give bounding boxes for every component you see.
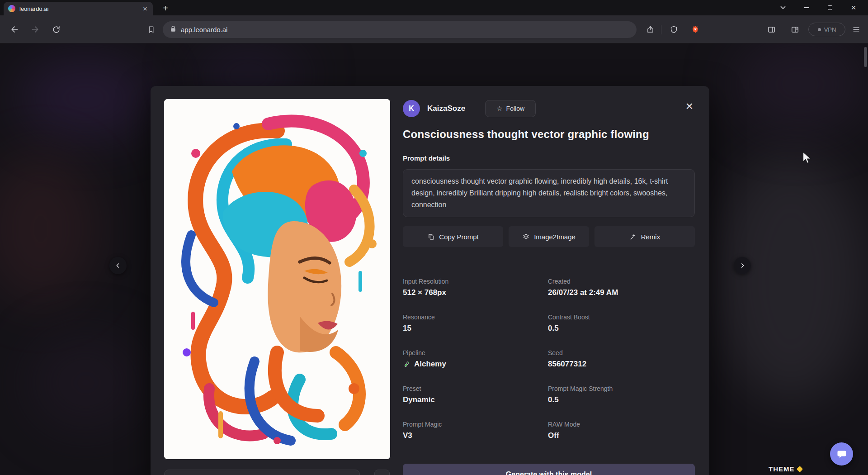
prompt-text-box[interactable]: consciousness thought vector graphic flo… (403, 169, 695, 217)
remix-label: Remix (641, 233, 660, 241)
vpn-button[interactable]: VPN (808, 23, 845, 36)
generate-with-model-button[interactable]: Generate with this model (403, 464, 695, 475)
modal-close-icon[interactable]: × (686, 100, 693, 113)
address-bar[interactable]: app.leonardo.ai (163, 21, 637, 38)
page-content: K KaizaSoze ☆ Follow × Consciousness tho… (0, 43, 868, 475)
browser-tab[interactable]: leonardo.ai × (4, 2, 153, 15)
image2image-label: Image2Image (534, 233, 576, 241)
spark-icon (796, 466, 802, 472)
copy-icon (427, 233, 435, 241)
remix-wand-icon (629, 233, 637, 241)
window-close-button[interactable]: × (842, 0, 865, 15)
lock-icon (170, 25, 176, 34)
generation-thumbnail[interactable] (374, 470, 390, 475)
detail-prompt-magic-strength: Prompt Magic Strength 0.5 (548, 385, 695, 404)
detail-contrast-boost: Contrast Boost 0.5 (548, 314, 695, 333)
detail-preset: Preset Dynamic (403, 385, 548, 404)
detail-pipeline: Pipeline Alchemy (403, 349, 548, 369)
follow-button[interactable]: ☆ Follow (485, 100, 536, 117)
tab-close-icon[interactable]: × (142, 5, 148, 13)
prompt-details-heading: Prompt details (403, 154, 695, 162)
image-detail-modal: K KaizaSoze ☆ Follow × Consciousness tho… (151, 86, 709, 475)
copy-prompt-label: Copy Prompt (439, 233, 479, 241)
browser-toolbar: app.leonardo.ai VPN (0, 15, 868, 43)
star-icon: ☆ (496, 104, 502, 113)
vpn-label: VPN (824, 26, 836, 33)
avatar[interactable]: K (403, 100, 420, 117)
new-tab-button[interactable]: + (159, 2, 172, 14)
maximize-button[interactable] (818, 0, 842, 15)
previous-image-button[interactable] (109, 257, 127, 274)
layers-icon (522, 233, 530, 241)
detail-seed: Seed 856077312 (548, 349, 695, 369)
brave-rewards-icon[interactable] (687, 21, 703, 38)
minimize-button[interactable] (795, 0, 818, 15)
detail-input-resolution: Input Resolution 512 × 768px (403, 278, 548, 297)
background-blob (27, 333, 145, 432)
scrollbar-thumb[interactable] (864, 47, 867, 67)
url-text: app.leonardo.ai (181, 26, 227, 33)
vpn-status-dot (818, 28, 821, 31)
copy-prompt-button[interactable]: Copy Prompt (403, 226, 503, 247)
pipeline-value: Alchemy (414, 360, 446, 369)
tab-title: leonardo.ai (19, 5, 138, 12)
support-chat-button[interactable] (830, 442, 853, 466)
next-image-button[interactable] (734, 257, 751, 274)
leonardo-favicon-icon (8, 5, 15, 12)
reload-button[interactable] (48, 21, 64, 38)
detail-created: Created 26/07/23 at 2:49 AM (548, 278, 695, 297)
tab-bar: leonardo.ai × + × (0, 0, 868, 15)
background-blob (18, 57, 154, 138)
window-controls: × (771, 0, 865, 15)
background-blob (732, 43, 868, 134)
test-tube-icon (403, 361, 410, 368)
remix-button[interactable]: Remix (594, 226, 695, 247)
prompt-metadata-grid: Input Resolution 512 × 768px Created 26/… (403, 278, 695, 440)
detail-panel: K KaizaSoze ☆ Follow × Consciousness tho… (403, 99, 695, 440)
generation-title: Consciousness thought vector graphic flo… (403, 128, 695, 141)
generated-artwork (164, 99, 390, 459)
brave-shield-icon[interactable] (665, 21, 682, 38)
detail-raw-mode: RAW Mode Off (548, 421, 695, 440)
tab-search-icon[interactable] (771, 0, 795, 15)
generation-thumbnail-strip[interactable] (164, 470, 360, 475)
toolbar-separator (661, 25, 661, 34)
follow-label: Follow (506, 105, 524, 112)
detail-prompt-magic: Prompt Magic V3 (403, 421, 548, 440)
watermark: THEME (769, 465, 802, 473)
share-icon[interactable] (642, 21, 658, 38)
prompt-actions: Copy Prompt Image2Image Remix (403, 226, 695, 247)
chevron-right-icon (739, 262, 746, 269)
menu-icon[interactable] (848, 21, 864, 38)
background-blob (714, 152, 868, 405)
chevron-left-icon (114, 262, 122, 269)
background-blob (0, 152, 99, 306)
detail-resonance: Resonance 15 (403, 314, 548, 333)
browser-window: leonardo.ai × + × a (0, 0, 868, 475)
author-row: K KaizaSoze ☆ Follow × (403, 99, 695, 118)
forward-button[interactable] (27, 21, 43, 38)
back-button[interactable] (6, 21, 23, 38)
reading-list-icon[interactable] (787, 21, 803, 38)
author-name[interactable]: KaizaSoze (427, 104, 465, 113)
image2image-button[interactable]: Image2Image (509, 226, 589, 247)
watermark-text: THEME (769, 465, 795, 473)
sidebar-panel-icon[interactable] (763, 21, 779, 38)
chat-icon (836, 449, 847, 460)
bookmark-icon[interactable] (143, 21, 159, 38)
